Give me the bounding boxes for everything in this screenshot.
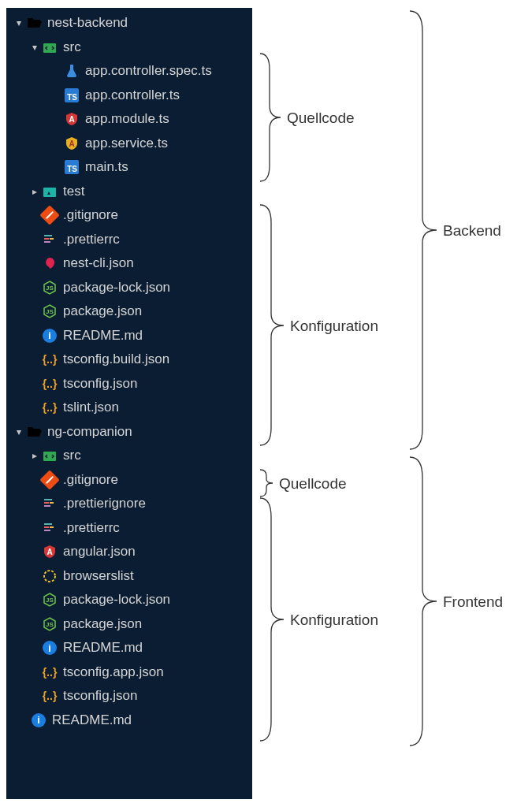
chevron-down-icon: ▾ <box>13 426 25 437</box>
file-label: tslint.json <box>63 400 119 415</box>
folder-src[interactable]: ▾ src <box>6 35 252 60</box>
annotation-frontend: Frontend <box>443 593 503 610</box>
file-readme2[interactable]: i README.md <box>6 636 252 660</box>
info-icon: i <box>30 712 47 729</box>
file-tree: ▾ nest-backend ▾ src app.controller.spec… <box>6 8 252 799</box>
chevron-down-icon: ▾ <box>28 42 41 53</box>
folder-label: nest-backend <box>47 15 128 31</box>
nest-icon <box>41 255 58 272</box>
file-readme[interactable]: i README.md <box>6 324 252 348</box>
annotation-backend: Backend <box>443 222 501 239</box>
typescript-icon: TS <box>63 158 80 176</box>
file-tsconfig2[interactable]: {..} tsconfig.json <box>6 684 252 708</box>
json-icon: {..} <box>41 351 58 368</box>
file-label: app.service.ts <box>85 136 168 151</box>
file-prettierignore[interactable]: .prettierignore <box>6 492 252 516</box>
src-folder-icon <box>41 447 58 464</box>
file-label: README.md <box>63 640 143 656</box>
folder-label: src <box>63 448 81 463</box>
file-main-ts[interactable]: TS main.ts <box>6 155 252 180</box>
file-nest-cli[interactable]: nest-cli.json <box>6 251 252 276</box>
brace-icon <box>260 205 284 445</box>
flask-icon <box>63 62 80 80</box>
file-label: tsconfig.json <box>63 688 138 704</box>
angular-icon <box>63 110 80 128</box>
file-prettierrc2[interactable]: .prettierrc <box>6 516 252 541</box>
folder-nest-backend[interactable]: ▾ nest-backend <box>6 11 252 35</box>
file-label: main.ts <box>85 159 128 175</box>
file-label: .gitignore <box>63 472 118 488</box>
file-label: nest-cli.json <box>63 255 134 271</box>
folder-src2[interactable]: ▸ src <box>6 444 252 468</box>
file-label: package-lock.json <box>63 280 170 296</box>
folder-label: ng-companion <box>47 424 132 440</box>
file-package-json2[interactable]: package.json <box>6 612 252 637</box>
angular-service-icon <box>63 135 80 152</box>
src-folder-icon <box>41 39 58 56</box>
info-icon: i <box>41 639 58 656</box>
nodejs-icon <box>41 591 58 608</box>
json-icon: {..} <box>41 664 58 681</box>
file-label: angular.json <box>63 544 136 560</box>
annotation-quellcode: Quellcode <box>287 110 355 126</box>
file-app-service[interactable]: app.service.ts <box>6 132 252 156</box>
folder-ng-companion[interactable]: ▾ ng-companion <box>6 420 252 444</box>
file-label: app.module.ts <box>85 111 169 127</box>
prettier-icon <box>41 519 58 537</box>
annotation-quellcode2: Quellcode <box>279 475 347 492</box>
file-app-controller-spec[interactable]: app.controller.spec.ts <box>6 59 252 84</box>
file-label: .gitignore <box>63 207 118 223</box>
file-package-json[interactable]: package.json <box>6 299 252 324</box>
annotation-konfiguration2: Konfiguration <box>290 612 378 628</box>
file-label: app.controller.spec.ts <box>85 63 212 79</box>
prettier-icon <box>41 495 58 512</box>
file-gitignore[interactable]: .gitignore <box>6 203 252 228</box>
angular-icon <box>41 543 58 560</box>
file-package-lock2[interactable]: package-lock.json <box>6 588 252 612</box>
folder-test[interactable]: ▸ test <box>6 180 252 204</box>
file-prettierrc[interactable]: .prettierrc <box>6 228 252 252</box>
json-icon: {..} <box>41 375 58 392</box>
file-label: package-lock.json <box>63 592 170 608</box>
file-tsconfig[interactable]: {..} tsconfig.json <box>6 372 252 396</box>
file-tsconfig-build[interactable]: {..} tsconfig.build.json <box>6 348 252 372</box>
git-icon <box>41 471 58 489</box>
brace-icon <box>260 498 284 741</box>
annotation-layer: Quellcode Konfiguration Backend Quellcod… <box>252 8 449 799</box>
brace-icon <box>260 54 281 181</box>
folder-open-icon <box>25 14 43 32</box>
file-label: browserslist <box>63 568 134 584</box>
json-icon: {..} <box>41 687 58 705</box>
file-label: .prettierignore <box>63 496 146 511</box>
typescript-icon: TS <box>63 87 80 104</box>
file-tslint[interactable]: {..} tslint.json <box>6 396 252 420</box>
brace-icon <box>260 470 273 496</box>
file-label: .prettierrc <box>63 520 120 536</box>
brace-icon <box>410 11 437 449</box>
nodejs-icon <box>41 279 58 296</box>
file-readme-root[interactable]: i README.md <box>6 708 252 733</box>
file-label: package.json <box>63 616 142 632</box>
chevron-right-icon: ▸ <box>28 450 41 461</box>
file-angular-json[interactable]: angular.json <box>6 540 252 564</box>
file-label: README.md <box>63 328 143 344</box>
chevron-down-icon: ▾ <box>13 17 25 28</box>
nodejs-icon <box>41 615 58 633</box>
file-label: tsconfig.build.json <box>63 351 169 367</box>
file-browserslist[interactable]: browserslist <box>6 564 252 589</box>
chevron-right-icon: ▸ <box>28 186 41 197</box>
file-tsconfig-app[interactable]: {..} tsconfig.app.json <box>6 660 252 685</box>
file-gitignore2[interactable]: .gitignore <box>6 468 252 493</box>
folder-label: src <box>63 39 81 55</box>
test-folder-icon <box>41 183 58 200</box>
annotation-konfiguration: Konfiguration <box>290 318 378 334</box>
file-label: README.md <box>52 712 132 728</box>
folder-label: test <box>63 184 84 199</box>
file-label: tsconfig.app.json <box>63 664 164 680</box>
info-icon: i <box>41 327 58 344</box>
file-package-lock[interactable]: package-lock.json <box>6 276 252 300</box>
file-app-module[interactable]: app.module.ts <box>6 107 252 132</box>
file-app-controller[interactable]: TS app.controller.ts <box>6 84 252 108</box>
nodejs-icon <box>41 303 58 320</box>
browserslist-icon <box>41 567 58 585</box>
